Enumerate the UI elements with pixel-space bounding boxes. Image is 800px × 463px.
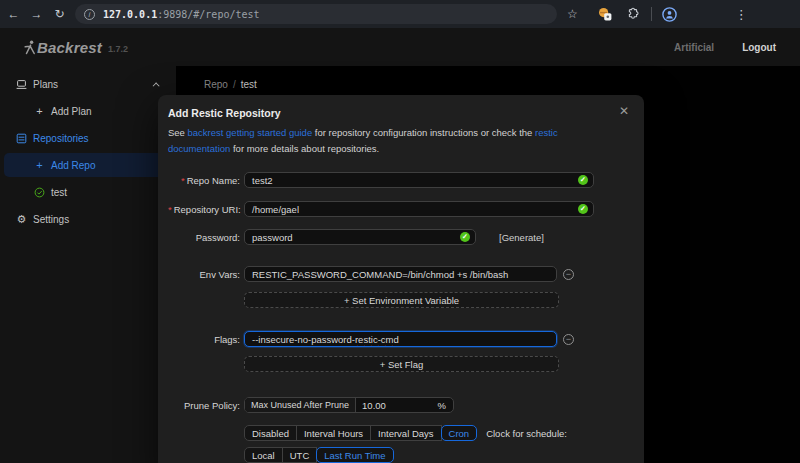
flags-label: Flags: xyxy=(168,334,240,345)
repo-name-label: *Repo Name: xyxy=(168,175,240,186)
extensions-puzzle-icon[interactable] xyxy=(625,7,639,21)
breadcrumb-current: test xyxy=(241,79,257,90)
clock-option-last-run-time[interactable]: Last Run Time xyxy=(316,447,393,463)
modal-intro: See backrest getting started guide for r… xyxy=(168,125,610,157)
url-host: 127.0.0.1 xyxy=(103,9,157,20)
remove-flag-icon[interactable]: − xyxy=(563,334,574,345)
repo-name-input[interactable]: test2 ✓ xyxy=(244,172,594,188)
env-vars-row: Env Vars: RESTIC_PASSWORD_COMMAND=/bin/c… xyxy=(168,266,634,282)
laptop-icon xyxy=(16,79,27,90)
percent-suffix: % xyxy=(438,400,453,411)
remove-env-var-icon[interactable]: − xyxy=(563,269,574,280)
prune-number-group: Max Unused After Prune 10.00 % xyxy=(244,397,454,413)
valid-check-icon: ✓ xyxy=(578,204,588,214)
getting-started-link[interactable]: backrest getting started guide xyxy=(188,127,313,138)
url-path: :9898/#/repo/test xyxy=(157,9,259,20)
chevron-up-icon[interactable] xyxy=(153,82,160,89)
prune-policy-label: Prune Policy: xyxy=(168,400,240,411)
password-input[interactable]: password ✓ xyxy=(244,229,476,245)
account-name[interactable]: Artificial xyxy=(674,42,714,53)
browser-toolbar: ← → ↻ i 127.0.0.1:9898/#/repo/test ☆ xyxy=(0,0,800,28)
sidebar-item-label: Add Repo xyxy=(51,160,95,171)
sidebar-item-label: Plans xyxy=(33,79,58,90)
add-repo-modal: ✕ Add Restic Repository See backrest get… xyxy=(158,95,644,463)
logo-figure-icon xyxy=(24,40,37,55)
backrest-logo: Backrest 1.7.2 xyxy=(24,39,128,56)
screen: ← → ↻ i 127.0.0.1:9898/#/repo/test ☆ xyxy=(0,0,800,463)
schedule-row: Disabled Interval Hours Interval Days Cr… xyxy=(168,425,634,441)
profile-avatar[interactable] xyxy=(662,7,677,22)
modal-title: Add Restic Repository xyxy=(168,107,634,119)
set-flag-button[interactable]: + Set Flag xyxy=(244,356,559,372)
database-icon xyxy=(16,133,27,144)
plus-icon: + xyxy=(34,105,45,117)
app-name: Backrest xyxy=(37,39,102,56)
flags-input[interactable]: --insecure-no-password -restic-cmd xyxy=(244,331,557,347)
valid-check-icon: ✓ xyxy=(460,232,470,242)
set-env-row: + Set Environment Variable xyxy=(168,292,634,308)
repo-form: *Repo Name: test2 ✓ *Repository URI: /ho… xyxy=(168,172,634,463)
breadcrumb: Repo / test xyxy=(204,79,772,90)
check-circle-icon xyxy=(34,187,45,198)
schedule-option-disabled[interactable]: Disabled xyxy=(244,425,297,441)
app-version: 1.7.2 xyxy=(108,44,128,54)
repo-name-row: *Repo Name: test2 ✓ xyxy=(168,172,634,188)
close-icon[interactable]: ✕ xyxy=(619,105,629,117)
intro-text: See xyxy=(168,127,188,138)
set-environment-variable-button[interactable]: + Set Environment Variable xyxy=(244,292,559,308)
generate-password-button[interactable]: [Generate] xyxy=(499,232,544,243)
sidebar-item-test[interactable]: test xyxy=(4,180,172,204)
sidebar-item-add-repo[interactable]: + Add Repo xyxy=(4,153,172,177)
sidebar-item-label: test xyxy=(51,187,67,198)
intro-text: for more details about repositories. xyxy=(230,143,379,154)
prune-value-input[interactable]: 10.00 xyxy=(356,400,437,411)
schedule-radio-group: Disabled Interval Hours Interval Days Cr… xyxy=(244,425,477,441)
site-info-icon[interactable]: i xyxy=(84,9,95,20)
sidebar-item-label: Add Plan xyxy=(51,106,92,117)
intro-text: for repository configuration instruction… xyxy=(312,127,535,138)
sidebar-item-repositories[interactable]: Repositories xyxy=(4,126,172,150)
password-row: Password: password ✓ [Generate] xyxy=(168,229,634,245)
env-vars-label: Env Vars: xyxy=(168,269,240,280)
repo-uri-input[interactable]: /home/gael ✓ xyxy=(244,201,594,217)
breadcrumb-repo[interactable]: Repo xyxy=(204,79,228,90)
breadcrumb-separator: / xyxy=(233,79,236,90)
repo-uri-label: *Repository URI: xyxy=(168,204,240,215)
app-header: Backrest 1.7.2 Artificial Logout xyxy=(0,28,800,66)
browser-menu-icon[interactable]: ⋮ xyxy=(735,7,748,22)
clock-row: Local UTC Last Run Time xyxy=(168,447,634,463)
clock-option-utc[interactable]: UTC xyxy=(282,447,318,463)
valid-check-icon: ✓ xyxy=(578,175,588,185)
url-text: 127.0.0.1:9898/#/repo/test xyxy=(103,9,260,20)
schedule-option-interval-days[interactable]: Interval Days xyxy=(370,425,441,441)
url-bar[interactable]: i 127.0.0.1:9898/#/repo/test xyxy=(75,4,557,24)
sidebar-item-add-plan[interactable]: + Add Plan xyxy=(4,99,172,123)
required-asterisk: * xyxy=(168,204,172,215)
prune-addon-label: Max Unused After Prune xyxy=(245,398,356,412)
prune-policy-row: Prune Policy: Max Unused After Prune 10.… xyxy=(168,397,634,413)
sidebar-item-settings[interactable]: ⚙ Settings xyxy=(4,207,172,231)
sidebar: Plans + Add Plan Repositories + Add Repo… xyxy=(0,66,176,463)
back-icon[interactable]: ← xyxy=(6,7,21,21)
env-vars-input[interactable]: RESTIC_PASSWORD_COMMAND=/bin/chmod +s /b… xyxy=(244,266,557,282)
bookmark-star-icon[interactable]: ☆ xyxy=(567,7,578,21)
refresh-icon[interactable]: ↻ xyxy=(52,7,67,21)
clock-option-local[interactable]: Local xyxy=(244,447,283,463)
clock-for-schedule-label: Clock for schedule: xyxy=(486,428,567,439)
sidebar-item-label: Repositories xyxy=(33,133,89,144)
forward-icon[interactable]: → xyxy=(29,7,44,21)
schedule-option-interval-hours[interactable]: Interval Hours xyxy=(296,425,371,441)
extension-icon[interactable] xyxy=(598,7,613,22)
password-label: Password: xyxy=(168,232,240,243)
gear-icon: ⚙ xyxy=(16,213,27,226)
set-flag-row: + Set Flag xyxy=(168,356,634,372)
spellcheck-flagged-text: -restic-cmd xyxy=(352,334,399,345)
toolbar-divider xyxy=(651,7,652,21)
sidebar-item-plans[interactable]: Plans xyxy=(4,72,172,96)
required-asterisk: * xyxy=(181,175,185,186)
flags-row: Flags: --insecure-no-password -restic-cm… xyxy=(168,331,634,347)
schedule-option-cron[interactable]: Cron xyxy=(441,425,478,441)
logout-button[interactable]: Logout xyxy=(742,42,776,53)
sidebar-item-label: Settings xyxy=(33,214,69,225)
repo-uri-row: *Repository URI: /home/gael ✓ xyxy=(168,201,634,217)
